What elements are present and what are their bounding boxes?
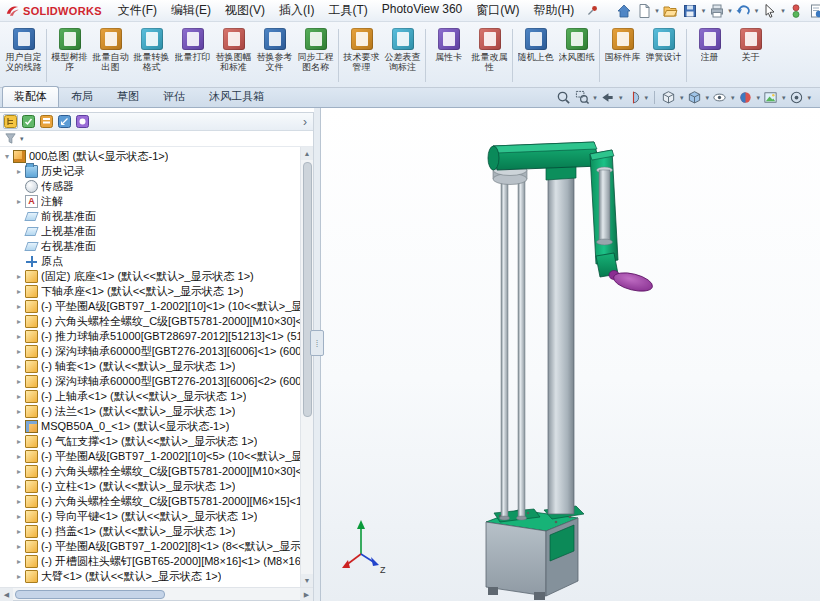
ribbon-button-batch-convert-format[interactable]: 批量转换格式 (131, 25, 172, 86)
ribbon-button-property-card[interactable]: 属性卡 (428, 25, 469, 86)
expand-arrow-icon[interactable]: ▸ (14, 539, 24, 554)
dimxpertmanager-tab[interactable] (57, 114, 72, 129)
menu-item[interactable]: 文件(F) (111, 0, 164, 21)
tree-item[interactable]: ▾000总图 (默认<显示状态-1>) (0, 149, 300, 164)
ribbon-button-register[interactable]: 注册 (689, 25, 730, 86)
tree-item[interactable]: ▸注解 (0, 194, 300, 209)
tree-item[interactable]: ▸(-) 六角头螺栓全螺纹_C级[GBT5781-2000][M10×30]<1… (0, 314, 300, 329)
dropdown-caret-icon[interactable]: ▾ (654, 7, 660, 15)
menu-item[interactable]: 编辑(E) (164, 0, 218, 21)
tab-装配体[interactable]: 装配体 (2, 86, 59, 107)
expand-arrow-icon[interactable]: ▸ (14, 389, 24, 404)
propertymanager-tab[interactable] (21, 114, 36, 129)
menu-item[interactable]: 帮助(H) (527, 0, 582, 21)
tree-item[interactable]: ▸大臂<1> (默认<<默认>_显示状态 1>) (0, 569, 300, 584)
tab-草图[interactable]: 草图 (105, 86, 151, 107)
tree-item[interactable]: 前视基准面 (0, 209, 300, 224)
tab-布局[interactable]: 布局 (59, 86, 105, 107)
ribbon-button-replace-sheet-standard[interactable]: 替换图幅和标准 (213, 25, 254, 86)
ribbon-button-mufeng-drawing[interactable]: 沐风图纸 (556, 25, 597, 86)
ribbon-button-batch-print[interactable]: 批量打印 (172, 25, 213, 86)
expand-arrow-icon[interactable]: ▸ (14, 434, 24, 449)
expand-arrow-icon[interactable]: ▸ (14, 344, 24, 359)
expand-arrow-icon[interactable]: ▸ (14, 464, 24, 479)
expand-arrow-icon[interactable]: ▸ (14, 299, 24, 314)
scroll-left-icon[interactable]: ◀ (0, 588, 13, 601)
collapse-arrow-icon[interactable]: ▾ (2, 149, 12, 164)
save-icon[interactable] (681, 1, 700, 20)
tree-item[interactable]: ▸(-) 平垫圈A级[GBT97_1-2002][10]<5> (10<<默认>… (0, 449, 300, 464)
expand-arrow-icon[interactable]: ▸ (14, 359, 24, 374)
ribbon-button-replace-reference-file[interactable]: 替换参考文件 (254, 25, 295, 86)
ribbon-button-about[interactable]: 关于 (730, 25, 771, 86)
expand-arrow-icon[interactable]: ▸ (14, 554, 24, 569)
dropdown-caret-icon[interactable]: ▾ (730, 94, 736, 102)
view-settings-icon[interactable] (787, 89, 805, 106)
dropdown-caret-icon[interactable]: ▾ (643, 94, 649, 102)
scroll-down-icon[interactable]: ▼ (301, 574, 313, 587)
home-icon[interactable] (614, 1, 633, 20)
tree-item[interactable]: 上视基准面 (0, 224, 300, 239)
zoom-fit-icon[interactable] (554, 89, 572, 106)
expand-arrow-icon[interactable]: ▸ (14, 404, 24, 419)
expand-arrow-icon[interactable]: ▸ (14, 164, 24, 179)
tree-item[interactable]: ▸历史记录 (0, 164, 300, 179)
hide-show-items-icon[interactable] (711, 89, 729, 106)
dropdown-caret-icon[interactable]: ▾ (806, 94, 812, 102)
ribbon-button-spring-design[interactable]: 弹簧设计 (643, 25, 684, 86)
ribbon-button-tech-requirements[interactable]: 技术要求管理 (341, 25, 382, 86)
scroll-right-icon[interactable]: ▶ (300, 588, 313, 601)
ribbon-button-gb-parts-library[interactable]: 国标件库 (602, 25, 643, 86)
dropdown-caret-icon[interactable]: ▾ (755, 94, 761, 102)
tab-评估[interactable]: 评估 (151, 86, 197, 107)
tree-item[interactable]: ▸(-) 深沟球轴承60000型[GBT276-2013][6006]<1> (… (0, 344, 300, 359)
undo-icon[interactable] (734, 1, 753, 20)
tree-item[interactable]: ▸(-) 平垫圈A级[GBT97_1-2002][10]<1> (10<<默认>… (0, 299, 300, 314)
tree-item[interactable]: ▸(-) 推力球轴承51000[GBT28697-2012][51213]<1>… (0, 329, 300, 344)
tree-item[interactable]: ▸(-) 六角头螺栓全螺纹_C级[GBT5781-2000][M10×30]<5… (0, 464, 300, 479)
tree-item[interactable]: ▸MSQB50A_0_<1> (默认<显示状态-1>) (0, 419, 300, 434)
tree-item[interactable]: ▸(-) 上轴承<1> (默认<<默认>_显示状态 1>) (0, 389, 300, 404)
tree-item[interactable]: 原点 (0, 254, 300, 269)
previous-view-icon[interactable] (599, 89, 617, 106)
view-orientation-icon[interactable] (660, 89, 678, 106)
tree-item[interactable]: 传感器 (0, 179, 300, 194)
ribbon-button-tolerance-table-lookup[interactable]: 公差表查询标注 (382, 25, 423, 86)
tree-item[interactable]: 右视基准面 (0, 239, 300, 254)
dropdown-caret-icon[interactable]: ▾ (618, 94, 624, 102)
expand-arrow-icon[interactable]: ▸ (14, 449, 24, 464)
dropdown-caret-icon[interactable]: ▾ (780, 7, 786, 15)
dropdown-caret-icon[interactable]: ▾ (704, 94, 710, 102)
menu-item[interactable]: 插入(I) (272, 0, 321, 21)
tree-item[interactable]: ▸(-) 导向平键<1> (默认<<默认>_显示状态 1>) (0, 509, 300, 524)
configurationmanager-tab[interactable] (39, 114, 54, 129)
display-style-icon[interactable] (685, 89, 703, 106)
expand-arrow-icon[interactable]: ▸ (14, 479, 24, 494)
tree-item[interactable]: ▸(固定) 底座<1> (默认<<默认>_显示状态 1>) (0, 269, 300, 284)
ribbon-button-model-tree-sort[interactable]: 模型树排序 (49, 25, 90, 86)
tree-filter[interactable]: ▾ (0, 131, 313, 147)
tree-item[interactable]: ▸(-) 平垫圈A级[GBT97_1-2002][8]<1> (8<<默认>_显… (0, 539, 300, 554)
tree-item[interactable]: ▸(-) 气缸支撑<1> (默认<<默认>_显示状态 1>) (0, 434, 300, 449)
edit-appearance-icon[interactable] (736, 89, 754, 106)
ribbon-button-sync-drawing-name[interactable]: 同步工程图名称 (295, 25, 336, 86)
section-view-icon[interactable] (624, 89, 642, 106)
expand-arrow-icon[interactable]: ▸ (14, 284, 24, 299)
expand-arrow-icon[interactable]: ▸ (14, 329, 24, 344)
horizontal-scroll-thumb[interactable] (15, 590, 165, 599)
print-icon[interactable] (707, 1, 726, 20)
expand-arrow-icon[interactable]: ▸ (14, 494, 24, 509)
pin-menu-icon[interactable] (586, 2, 599, 20)
dropdown-caret-icon[interactable]: ▾ (754, 7, 760, 15)
expand-arrow-icon[interactable]: ▸ (14, 269, 24, 284)
dropdown-caret-icon[interactable]: ▾ (727, 7, 733, 15)
open-icon[interactable] (661, 1, 680, 20)
vertical-scroll-thumb[interactable] (303, 162, 312, 417)
expand-arrow-icon[interactable]: ▸ (14, 509, 24, 524)
filter-dropdown-caret-icon[interactable]: ▾ (19, 135, 25, 143)
expand-arrow-icon[interactable]: ▸ (14, 419, 24, 434)
tree-vertical-scrollbar[interactable]: ▲ ▼ (300, 147, 313, 587)
assembly-model-3d[interactable] (486, 142, 654, 600)
menu-item[interactable]: 窗口(W) (469, 0, 526, 21)
tree-item[interactable]: ▸(-) 轴套<1> (默认<<默认>_显示状态 1>) (0, 359, 300, 374)
